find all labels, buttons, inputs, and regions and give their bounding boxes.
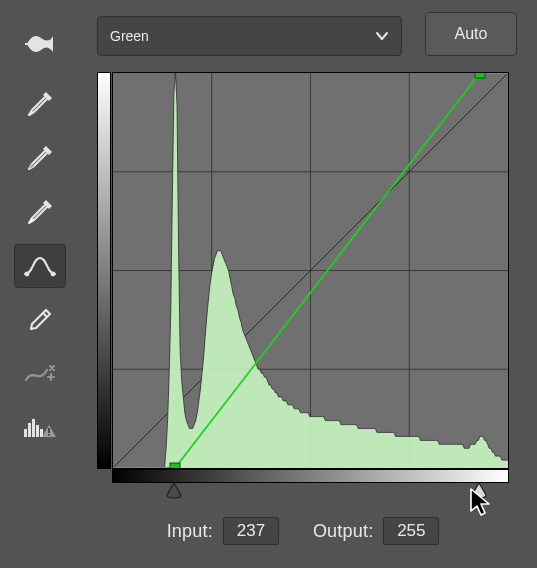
svg-rect-5	[36, 425, 39, 437]
curves-graph[interactable]	[112, 72, 509, 469]
auto-button[interactable]: Auto	[425, 12, 517, 56]
input-output-row: Input: 237 Output: 255	[97, 515, 509, 547]
svg-rect-3	[28, 423, 31, 437]
auto-button-label: Auto	[455, 25, 488, 43]
eyedropper-white-icon[interactable]	[14, 190, 66, 234]
svg-rect-7	[48, 428, 50, 433]
eyedropper-gray-icon[interactable]	[14, 136, 66, 180]
pencil-tool-icon[interactable]	[14, 298, 66, 342]
output-value-field[interactable]: 255	[383, 517, 439, 545]
black-point-slider[interactable]	[165, 481, 183, 499]
output-gradient-vertical	[97, 72, 111, 469]
curves-properties-panel: Green Auto Input: 237 Output: 255	[0, 0, 537, 568]
svg-rect-4	[32, 419, 35, 437]
left-toolbar	[0, 0, 80, 568]
chevron-down-icon	[375, 29, 389, 43]
input-label: Input:	[167, 521, 213, 542]
output-label: Output:	[313, 521, 373, 542]
cursor-arrow-icon	[469, 487, 495, 517]
svg-rect-6	[40, 429, 43, 437]
svg-rect-20	[475, 73, 485, 78]
eyedropper-black-icon[interactable]	[14, 82, 66, 126]
curve-point-tool-icon[interactable]	[14, 244, 66, 288]
preset-icon[interactable]	[14, 22, 66, 66]
svg-rect-19	[170, 463, 180, 468]
curves-area	[97, 69, 509, 509]
channel-select[interactable]: Green	[97, 16, 402, 56]
channel-select-label: Green	[110, 28, 149, 44]
input-value-field[interactable]: 237	[223, 517, 279, 545]
smooth-curve-icon	[14, 352, 66, 396]
svg-rect-2	[24, 429, 27, 437]
svg-point-0	[25, 272, 30, 277]
svg-rect-8	[48, 434, 50, 436]
svg-point-1	[51, 272, 56, 277]
histogram-warning-icon[interactable]	[14, 406, 66, 450]
